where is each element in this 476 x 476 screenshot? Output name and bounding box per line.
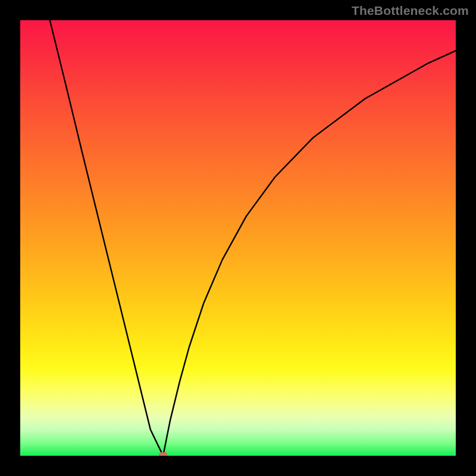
watermark-text: TheBottleneck.com	[352, 4, 469, 18]
chart-frame: TheBottleneck.com	[0, 0, 476, 476]
plot-area	[20, 20, 456, 456]
bottleneck-curve	[20, 20, 456, 456]
minimum-marker	[159, 452, 167, 456]
